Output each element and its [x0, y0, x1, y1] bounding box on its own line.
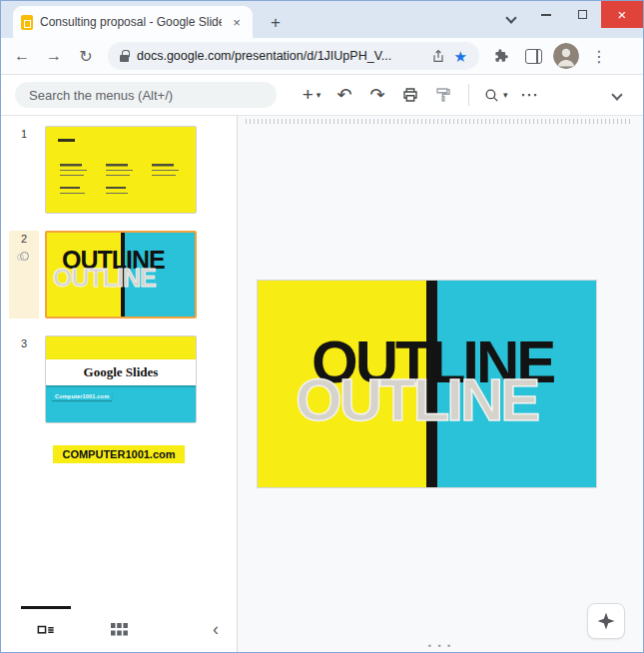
caption-wrap: COMPUTER1001.com — [1, 444, 237, 463]
extensions-button[interactable] — [486, 41, 516, 71]
hide-menus-chevron-icon[interactable] — [611, 89, 622, 100]
undo-button[interactable]: ↶ — [330, 80, 358, 110]
tab-close-icon[interactable]: × — [229, 15, 245, 30]
slide-1-number: 1 — [21, 128, 27, 140]
slide-1-content — [46, 127, 196, 213]
slide-1-gutter: 1 — [9, 126, 39, 214]
slide-3-cyan-block — [46, 379, 196, 422]
tab-list-chevron-icon[interactable] — [505, 12, 516, 23]
slide-row-2: 2 OUTLINE OUTLINE — [1, 231, 237, 319]
slide-3-number: 3 — [21, 337, 27, 349]
slide-1-thumbnail[interactable] — [45, 126, 197, 214]
filmstrip-view-icon — [37, 623, 55, 639]
close-button[interactable]: × — [601, 1, 643, 28]
main-area: 1 2 OUTLINE OUTLINE 3 — [1, 116, 643, 652]
slide-row-1: 1 — [1, 126, 237, 214]
slide-title-gray[interactable]: OUTLINE — [296, 370, 537, 430]
print-button[interactable] — [396, 80, 424, 110]
slide-2-title-gray: OUTLINE — [53, 266, 156, 291]
browser-toolbar: ← → ↻ docs.google.com/presentation/d/1JI… — [1, 38, 643, 75]
window-titlebar: Consulting proposal - Google Slides × + … — [1, 1, 643, 38]
toolbar-divider — [468, 84, 469, 106]
caret-down-icon: ▾ — [317, 91, 322, 100]
slide-3-gutter: 3 — [9, 335, 39, 423]
slides-toolbar: + ▾ ↶ ↷ ▾ ⋯ — [1, 75, 643, 116]
zoom-button[interactable]: ▾ — [480, 80, 511, 110]
paint-format-button[interactable] — [429, 80, 457, 110]
side-panel-icon — [525, 49, 542, 64]
slide-canvas-area: OUTLINE OUTLINE • • • — [238, 116, 643, 652]
browser-menu-button[interactable]: ⋮ — [584, 41, 614, 71]
maximize-button[interactable] — [564, 1, 601, 28]
current-slide[interactable]: OUTLINE OUTLINE — [257, 280, 597, 488]
filmstrip-view-button[interactable] — [21, 606, 71, 652]
bookmark-star-icon[interactable]: ★ — [454, 49, 467, 64]
address-bar[interactable]: docs.google.com/presentation/d/1JIUpPH_V… — [108, 42, 479, 70]
slide-row-3: 3 Google Slides Computer1001.com — [1, 335, 237, 423]
plus-icon: + — [303, 84, 314, 106]
forward-button[interactable]: → — [39, 41, 69, 71]
window-controls: × — [527, 1, 643, 28]
paint-roller-icon — [434, 86, 452, 104]
more-toolbar-button[interactable]: ⋯ — [516, 80, 544, 110]
share-icon[interactable] — [430, 48, 446, 64]
grid-view-button[interactable] — [104, 614, 134, 644]
slide-3-banner: Google Slides — [46, 359, 196, 385]
printer-icon — [401, 86, 419, 104]
explore-icon — [598, 613, 615, 630]
view-toggle-bar: ‹ — [1, 606, 237, 652]
caret-down-icon: ▾ — [503, 91, 508, 100]
explore-button[interactable] — [587, 603, 625, 639]
slide-3-thumbnail[interactable]: Google Slides Computer1001.com — [45, 335, 197, 423]
browser-tab[interactable]: Consulting proposal - Google Slides × — [13, 6, 253, 38]
new-slide-button[interactable]: + ▾ — [298, 80, 325, 110]
filmstrip-panel: 1 2 OUTLINE OUTLINE 3 — [1, 116, 238, 652]
grid-view-icon — [111, 623, 128, 636]
reload-button[interactable]: ↻ — [71, 41, 101, 71]
lock-icon — [120, 55, 129, 62]
slide-2-number: 2 — [21, 233, 27, 245]
puzzle-icon — [492, 47, 510, 65]
back-button[interactable]: ← — [7, 41, 37, 71]
redo-button[interactable]: ↷ — [363, 80, 391, 110]
close-icon: × — [618, 6, 627, 23]
collapse-filmstrip-button[interactable]: ‹ — [205, 618, 227, 640]
horizontal-ruler — [246, 119, 633, 124]
person-icon — [553, 43, 579, 69]
slide-2-gutter: 2 — [9, 231, 39, 319]
slide-2-thumbnail[interactable]: OUTLINE OUTLINE — [45, 231, 197, 319]
slide-3-badge: Computer1001.com — [52, 391, 112, 400]
slides-favicon-icon — [21, 15, 33, 30]
url-text[interactable]: docs.google.com/presentation/d/1JIUpPH_V… — [137, 49, 422, 63]
profile-avatar[interactable] — [553, 43, 579, 69]
new-tab-button[interactable]: + — [263, 10, 289, 36]
scroll-handle-dots[interactable]: • • • — [428, 641, 452, 651]
search-menus-input[interactable] — [15, 82, 277, 108]
maximize-icon — [578, 10, 587, 19]
side-panel-button[interactable] — [518, 41, 548, 71]
magnifier-icon — [483, 87, 500, 104]
watermark-caption: COMPUTER1001.com — [53, 445, 184, 463]
minimize-button[interactable] — [527, 1, 564, 28]
transition-indicator-icon — [20, 252, 29, 261]
tab-title: Consulting proposal - Google Slides — [40, 15, 222, 29]
minimize-icon — [541, 14, 551, 16]
browser-window: Consulting proposal - Google Slides × + … — [0, 0, 644, 653]
